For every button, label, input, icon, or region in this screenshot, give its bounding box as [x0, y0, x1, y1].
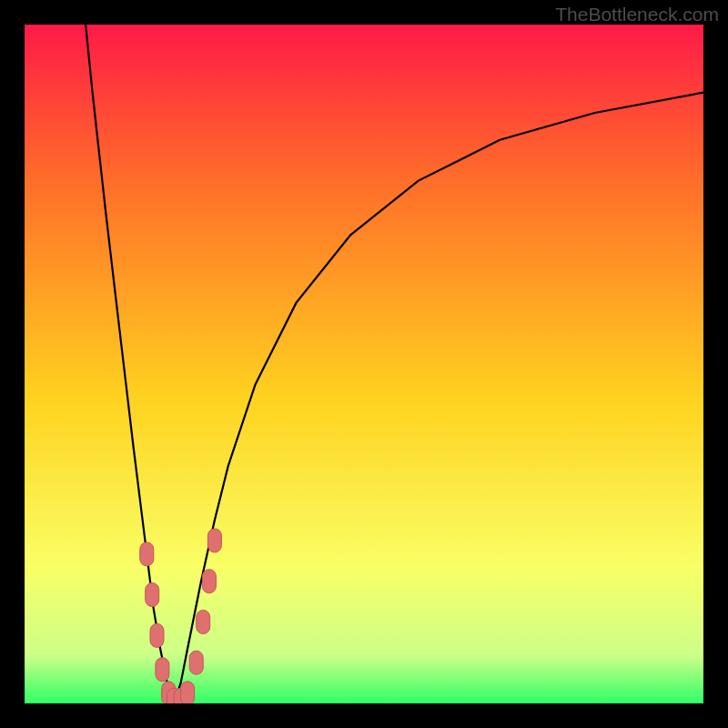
marker: [197, 611, 210, 634]
marker: [207, 529, 221, 552]
marker: [146, 583, 159, 607]
marker: [202, 570, 216, 593]
chart-svg: [25, 25, 703, 703]
watermark-text: TheBottleneck.com: [555, 4, 719, 25]
marker: [156, 658, 169, 682]
marker: [189, 651, 203, 674]
plot-area: [25, 25, 703, 703]
chart-frame: TheBottleneck.com: [0, 0, 728, 728]
gradient-bg: [25, 25, 703, 703]
marker: [140, 542, 154, 566]
marker: [181, 682, 195, 703]
marker: [150, 623, 164, 647]
